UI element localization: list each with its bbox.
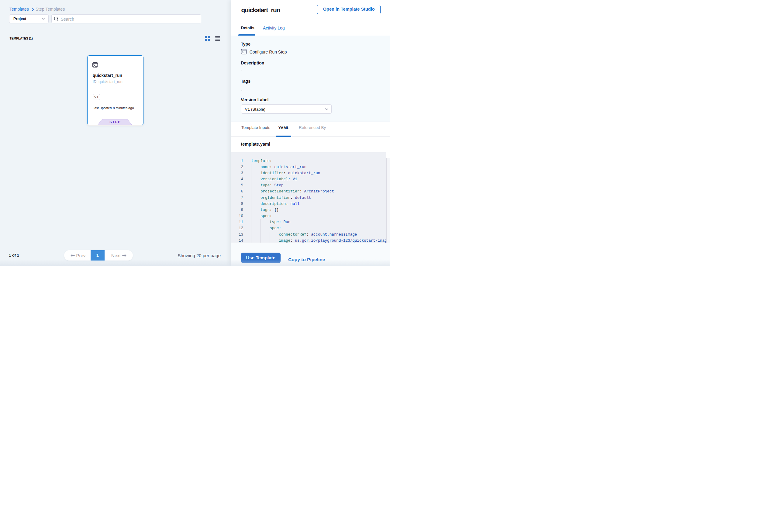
svg-text:STEP: STEP [110,120,121,124]
